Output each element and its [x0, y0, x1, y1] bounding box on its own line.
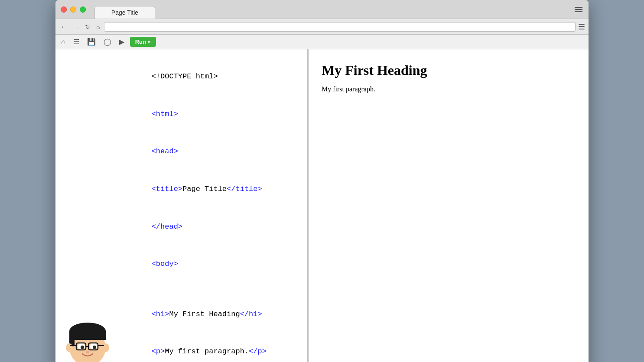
close-button[interactable] — [61, 6, 67, 13]
traffic-lights — [61, 6, 86, 13]
toolbar-list-button[interactable]: ☰ — [71, 37, 81, 47]
toolbar: ⌂ ☰ 💾 ◯ ▶ Run » — [55, 35, 589, 49]
pane-divider[interactable]: ▼ — [307, 49, 309, 362]
maximize-button[interactable] — [80, 6, 86, 13]
reload-button[interactable]: ↻ — [83, 23, 92, 31]
nav-menu-icon[interactable]: ☰ — [578, 22, 585, 32]
code-line-blank1 — [116, 283, 296, 296]
code-line-4: <title>Page Title</title> — [116, 171, 296, 208]
address-bar[interactable] — [104, 22, 576, 32]
preview-pane: My First Heading My first paragraph. — [309, 49, 589, 362]
toolbar-arrow-button[interactable]: ▶ — [117, 37, 127, 47]
back-button[interactable]: ← — [59, 23, 68, 31]
tab-bar: Page Title — [94, 0, 155, 19]
code-line-5: </head> — [116, 208, 296, 246]
nav-bar: ← → ↻ ⌂ ☰ — [55, 19, 589, 35]
code-line-3: <head> — [116, 133, 296, 171]
toolbar-circle-button[interactable]: ◯ — [101, 37, 114, 47]
toolbar-save-button[interactable]: 💾 — [85, 37, 98, 47]
home-button[interactable]: ⌂ — [94, 23, 101, 31]
minimize-button[interactable] — [70, 6, 76, 13]
code-editor-pane[interactable]: <!DOCTYPE html> <html> <head> <title>Pag… — [55, 49, 307, 362]
code-line-2: <html> — [116, 96, 296, 133]
preview-heading: My First Heading — [322, 62, 576, 78]
code-line-1: <!DOCTYPE html> — [116, 58, 296, 96]
browser-window: Page Title ← → ↻ ⌂ ☰ ⌂ ☰ 💾 ◯ ▶ Run » — [55, 0, 589, 362]
code-line-7: <h1>My First Heading</h1> — [116, 296, 296, 333]
code-line-8: <p>My first paragraph.</p> — [116, 333, 296, 362]
preview-paragraph: My first paragraph. — [322, 85, 576, 93]
code-line-6: <body> — [116, 246, 296, 283]
title-bar: Page Title — [55, 0, 589, 19]
run-button[interactable]: Run » — [130, 37, 156, 47]
browser-tab[interactable]: Page Title — [94, 6, 155, 19]
menu-icon[interactable] — [575, 7, 582, 12]
toolbar-home-button[interactable]: ⌂ — [59, 37, 68, 47]
main-content: <!DOCTYPE html> <html> <head> <title>Pag… — [55, 49, 589, 362]
forward-button[interactable]: → — [71, 23, 81, 31]
